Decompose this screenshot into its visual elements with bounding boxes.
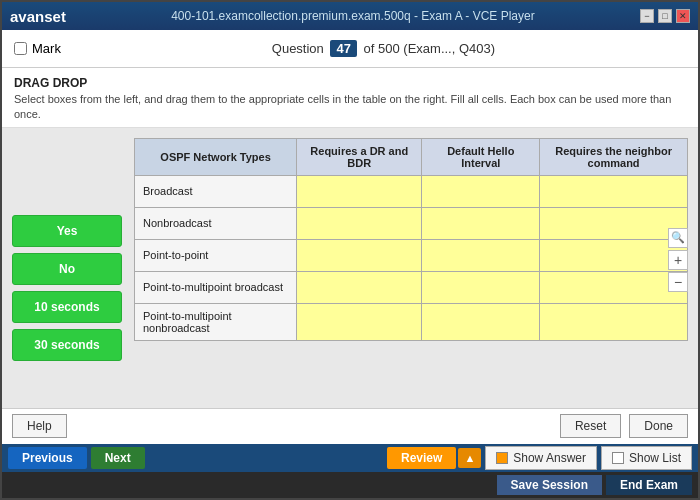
- table-row: Point-to-multipoint broadcast: [135, 271, 688, 303]
- question-area: DRAG DROP Select boxes from the left, an…: [2, 68, 698, 128]
- drop-cell[interactable]: [297, 271, 422, 303]
- zoom-out-button[interactable]: −: [668, 272, 688, 292]
- window-controls: − □ ✕: [640, 9, 690, 23]
- window-title: 400-101.examcollection.premium.exam.500q…: [171, 9, 535, 23]
- drop-cell[interactable]: [422, 175, 540, 207]
- show-list-checkbox: [612, 452, 624, 464]
- drop-cell[interactable]: [422, 207, 540, 239]
- logo-text: avan: [10, 8, 44, 25]
- next-button[interactable]: Next: [91, 447, 145, 469]
- answer-option-no[interactable]: No: [12, 253, 122, 285]
- save-session-button[interactable]: Save Session: [497, 475, 602, 495]
- drop-cell[interactable]: [422, 271, 540, 303]
- table-row: Broadcast: [135, 175, 688, 207]
- drag-drop-layout: Yes No 10 seconds 30 seconds OSPF Networ…: [12, 138, 688, 398]
- show-answer-checkbox: [496, 452, 508, 464]
- mark-checkbox[interactable]: [14, 42, 27, 55]
- drop-cell[interactable]: [422, 239, 540, 271]
- col-header-neighbor: Requires the neighbor command: [540, 138, 688, 175]
- question-of: of 500 (Exam..., Q403): [364, 41, 496, 56]
- minimize-button[interactable]: −: [640, 9, 654, 23]
- review-button[interactable]: Review: [387, 447, 456, 469]
- zoom-controls: 🔍 + −: [668, 228, 688, 292]
- bottom-toolbar: Help Reset Done: [2, 408, 698, 444]
- show-answer-button[interactable]: Show Answer: [485, 446, 597, 470]
- drop-cell[interactable]: [297, 239, 422, 271]
- row-label-broadcast: Broadcast: [135, 175, 297, 207]
- review-arrow-button[interactable]: ▲: [458, 448, 481, 468]
- header-row: Mark Question 47 of 500 (Exam..., Q403): [2, 30, 698, 68]
- end-exam-button[interactable]: End Exam: [606, 475, 692, 495]
- nav-bar: Previous Next Review ▲ Show Answer Show …: [2, 444, 698, 472]
- answer-option-10s[interactable]: 10 seconds: [12, 291, 122, 323]
- table-row: Point-to-point: [135, 239, 688, 271]
- right-buttons: Reset Done: [560, 414, 688, 438]
- drop-cell[interactable]: [540, 207, 688, 239]
- drop-table: OSPF Network Types Requires a DR and BDR…: [134, 138, 688, 341]
- drop-cell[interactable]: [540, 239, 688, 271]
- show-answer-label: Show Answer: [513, 451, 586, 465]
- drop-cell[interactable]: [297, 303, 422, 340]
- mark-container: Mark: [14, 41, 61, 56]
- maximize-button[interactable]: □: [658, 9, 672, 23]
- mark-label: Mark: [32, 41, 61, 56]
- drop-cell[interactable]: [540, 175, 688, 207]
- zoom-search-icon[interactable]: 🔍: [668, 228, 688, 248]
- col-header-hello: Default Hello Interval: [422, 138, 540, 175]
- previous-button[interactable]: Previous: [8, 447, 87, 469]
- drop-cell[interactable]: [422, 303, 540, 340]
- help-button[interactable]: Help: [12, 414, 67, 438]
- table-row: Point-to-multipoint nonbroadcast: [135, 303, 688, 340]
- row-label-nonbroadcast: Nonbroadcast: [135, 207, 297, 239]
- done-button[interactable]: Done: [629, 414, 688, 438]
- col-header-dr-bdr: Requires a DR and BDR: [297, 138, 422, 175]
- drop-cell[interactable]: [540, 303, 688, 340]
- show-list-label: Show List: [629, 451, 681, 465]
- col-header-ospf: OSPF Network Types: [135, 138, 297, 175]
- app-logo: avanset: [10, 8, 66, 25]
- table-row: Nonbroadcast: [135, 207, 688, 239]
- question-type: DRAG DROP: [14, 76, 686, 90]
- row-label-ptp: Point-to-point: [135, 239, 297, 271]
- zoom-in-button[interactable]: +: [668, 250, 688, 270]
- main-content: 🔍 + − Yes No 10 seconds 30 seconds OSPF …: [2, 128, 698, 408]
- question-number: 47: [330, 40, 356, 57]
- drop-table-container: OSPF Network Types Requires a DR and BDR…: [134, 138, 688, 398]
- logo-suffix: set: [44, 8, 66, 25]
- answer-option-yes[interactable]: Yes: [12, 215, 122, 247]
- row-label-ptmp-nonbroadcast: Point-to-multipoint nonbroadcast: [135, 303, 297, 340]
- row-label-ptmp-broadcast: Point-to-multipoint broadcast: [135, 271, 297, 303]
- drop-cell[interactable]: [297, 207, 422, 239]
- action-bar: Save Session End Exam: [2, 472, 698, 498]
- show-list-button[interactable]: Show List: [601, 446, 692, 470]
- question-instruction: Select boxes from the left, and drag the…: [14, 92, 686, 123]
- close-button[interactable]: ✕: [676, 9, 690, 23]
- reset-button[interactable]: Reset: [560, 414, 621, 438]
- answer-options-panel: Yes No 10 seconds 30 seconds: [12, 138, 122, 398]
- question-label: Question: [272, 41, 324, 56]
- drop-cell[interactable]: [297, 175, 422, 207]
- question-info: Question 47 of 500 (Exam..., Q403): [81, 40, 686, 57]
- title-bar: avanset 400-101.examcollection.premium.e…: [2, 2, 698, 30]
- drop-cell[interactable]: [540, 271, 688, 303]
- answer-option-30s[interactable]: 30 seconds: [12, 329, 122, 361]
